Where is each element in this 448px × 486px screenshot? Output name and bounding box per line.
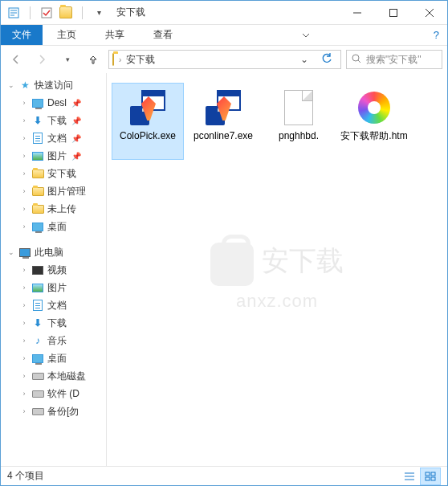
svg-point-9 bbox=[352, 55, 359, 61]
picture-icon bbox=[31, 281, 44, 294]
tab-view[interactable]: 查看 bbox=[139, 25, 187, 45]
sidebar-item[interactable]: ›♪音乐 bbox=[1, 332, 106, 349]
file-list[interactable]: 安下载 anxz.com ColoPick.exepconline7.exepn… bbox=[107, 73, 447, 466]
sidebar-item[interactable]: ›文档📌 bbox=[1, 129, 106, 147]
file-item[interactable]: pnghhbd. bbox=[263, 83, 335, 160]
sidebar-item[interactable]: ›桌面 bbox=[1, 218, 106, 235]
sidebar-item-label: 本地磁盘 bbox=[47, 370, 86, 383]
address-dropdown-icon[interactable]: ⌄ bbox=[297, 54, 312, 65]
expand-icon[interactable]: › bbox=[20, 116, 28, 125]
expand-icon[interactable]: › bbox=[20, 152, 28, 160]
file-name: ColoPick.exe bbox=[118, 130, 177, 141]
sidebar-item[interactable]: ›备份[勿 bbox=[1, 402, 106, 420]
svg-rect-6 bbox=[389, 9, 397, 16]
breadcrumb[interactable]: 安下载 bbox=[126, 53, 155, 67]
expand-icon[interactable]: › bbox=[20, 99, 28, 107]
file-item[interactable]: pconline7.exe bbox=[187, 83, 259, 160]
navigation-pane[interactable]: ⌄ ★ 快速访问 ›Desl📌›⬇下载📌›文档📌›图片📌›安下载›图片管理›未上… bbox=[1, 73, 107, 466]
back-button[interactable] bbox=[6, 49, 26, 70]
expand-icon[interactable]: › bbox=[20, 337, 28, 345]
expand-icon[interactable]: › bbox=[20, 223, 28, 231]
minimize-button[interactable] bbox=[339, 1, 375, 25]
sidebar-item[interactable]: ›本地磁盘 bbox=[1, 367, 106, 385]
sidebar-item-label: 未上传 bbox=[47, 202, 76, 216]
file-item[interactable]: ColoPick.exe bbox=[112, 83, 184, 160]
sidebar-item-label: 图片管理 bbox=[47, 185, 86, 198]
file-tab[interactable]: 文件 bbox=[1, 25, 43, 45]
drive-icon bbox=[31, 405, 44, 418]
address-bar[interactable]: › 安下载 ⌄ bbox=[108, 50, 341, 69]
chevron-right-icon[interactable]: › bbox=[119, 55, 121, 64]
ribbon-expand-icon[interactable] bbox=[294, 25, 318, 45]
svg-rect-17 bbox=[431, 477, 435, 480]
separator bbox=[30, 6, 31, 19]
sidebar-item-label: 视频 bbox=[47, 263, 67, 277]
expand-icon[interactable]: › bbox=[20, 134, 28, 142]
sidebar-item-label: 文档 bbox=[47, 299, 67, 312]
sidebar-item[interactable]: ›Desl📌 bbox=[1, 94, 106, 112]
sidebar-item[interactable]: ›安下载 bbox=[1, 165, 106, 182]
maximize-button[interactable] bbox=[375, 1, 411, 25]
expand-icon[interactable]: › bbox=[20, 390, 28, 398]
navigation-row: ▾ › 安下载 ⌄ 搜索"安下载" bbox=[1, 46, 447, 73]
sidebar-item[interactable]: ›软件 (D bbox=[1, 385, 106, 402]
expand-icon[interactable]: › bbox=[20, 284, 28, 292]
expand-icon[interactable]: › bbox=[20, 372, 28, 380]
sidebar-quick-access[interactable]: ⌄ ★ 快速访问 bbox=[1, 76, 106, 94]
svg-rect-4 bbox=[42, 8, 51, 18]
expand-icon[interactable]: › bbox=[20, 187, 28, 195]
sidebar-item[interactable]: ›⬇下载📌 bbox=[1, 112, 106, 129]
collapse-icon[interactable]: ⌄ bbox=[7, 81, 15, 89]
watermark: 安下载 anxz.com bbox=[210, 243, 344, 312]
properties-icon[interactable] bbox=[7, 6, 20, 19]
folder-icon bbox=[31, 185, 44, 198]
expand-icon[interactable]: › bbox=[20, 354, 28, 362]
folder-icon[interactable] bbox=[59, 6, 72, 19]
item-count: 4 个项目 bbox=[7, 469, 44, 483]
up-button[interactable] bbox=[83, 49, 104, 70]
sidebar-item-label: 下载 bbox=[47, 114, 67, 128]
sidebar-item-label: 软件 (D bbox=[47, 387, 79, 401]
expand-icon[interactable]: › bbox=[20, 301, 28, 309]
sidebar-item[interactable]: ›⬇下载 bbox=[1, 314, 106, 332]
download-icon: ⬇ bbox=[31, 114, 44, 127]
titlebar: ▾ 安下载 bbox=[1, 1, 447, 25]
music-icon: ♪ bbox=[31, 334, 44, 347]
search-input[interactable]: 搜索"安下载" bbox=[346, 50, 442, 69]
sidebar-item[interactable]: ›图片📌 bbox=[1, 147, 106, 165]
video-icon bbox=[31, 263, 44, 276]
desktop-icon bbox=[31, 352, 44, 365]
close-button[interactable] bbox=[411, 1, 447, 25]
sidebar-this-pc[interactable]: ⌄ 此电脑 bbox=[1, 243, 106, 261]
recent-dropdown-icon[interactable]: ▾ bbox=[57, 49, 78, 70]
sidebar-item[interactable]: ›桌面 bbox=[1, 349, 106, 367]
pin-icon: 📌 bbox=[71, 134, 81, 143]
forward-button[interactable] bbox=[31, 49, 52, 70]
sidebar-item[interactable]: ›图片管理 bbox=[1, 182, 106, 200]
file-type-icon bbox=[128, 88, 167, 127]
refresh-icon[interactable] bbox=[316, 53, 337, 67]
sidebar-item[interactable]: ›文档 bbox=[1, 296, 106, 314]
help-icon[interactable]: ? bbox=[426, 25, 447, 45]
file-item[interactable]: 安下载帮助.htm bbox=[338, 83, 410, 160]
sidebar-item[interactable]: ›视频 bbox=[1, 261, 106, 279]
expand-icon[interactable]: › bbox=[20, 266, 28, 274]
sidebar-item[interactable]: ›图片 bbox=[1, 279, 106, 296]
sidebar-item-label: 桌面 bbox=[47, 220, 67, 234]
expand-icon[interactable]: › bbox=[20, 319, 28, 327]
details-view-button[interactable] bbox=[399, 468, 420, 485]
check-icon[interactable] bbox=[40, 6, 53, 19]
tab-share[interactable]: 共享 bbox=[91, 25, 139, 45]
expand-icon[interactable]: › bbox=[20, 407, 28, 415]
separator bbox=[82, 6, 83, 19]
collapse-icon[interactable]: ⌄ bbox=[7, 248, 15, 256]
star-icon: ★ bbox=[18, 79, 31, 92]
expand-icon[interactable]: › bbox=[20, 205, 28, 213]
sidebar-item[interactable]: ›未上传 bbox=[1, 200, 106, 218]
expand-icon[interactable]: › bbox=[20, 169, 28, 178]
pin-icon: 📌 bbox=[71, 116, 81, 125]
desktop-icon bbox=[31, 220, 44, 233]
tab-home[interactable]: 主页 bbox=[43, 25, 91, 45]
qat-dropdown-icon[interactable]: ▾ bbox=[92, 6, 105, 19]
icons-view-button[interactable] bbox=[420, 468, 441, 485]
